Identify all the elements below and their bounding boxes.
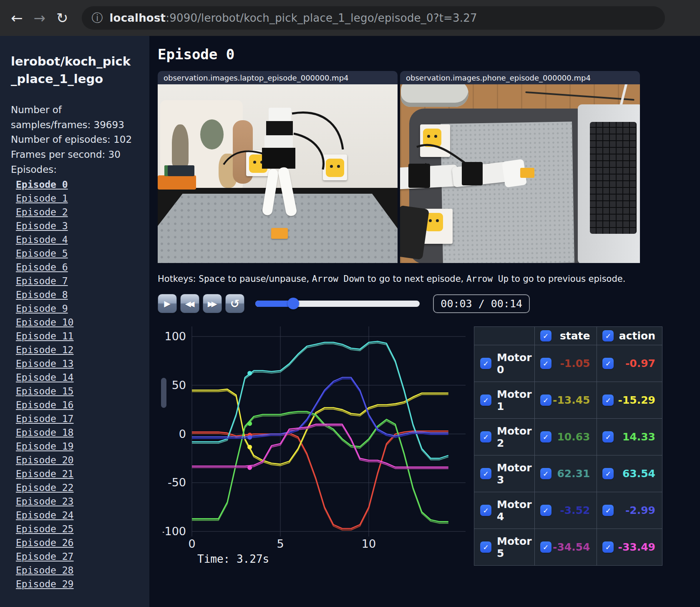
laptop-video-placeholder: [158, 84, 398, 263]
slider-thumb[interactable]: [287, 298, 299, 309]
motor-row-checkbox[interactable]: ✓: [480, 431, 491, 443]
sidebar-episode-link[interactable]: Episode 28: [16, 564, 149, 577]
state-value: 10.63: [557, 431, 590, 443]
sidebar-episode-link[interactable]: Episode 0: [16, 178, 149, 192]
motor-row-checkbox[interactable]: ✓: [480, 505, 491, 516]
motor-row-checkbox[interactable]: ✓: [480, 395, 491, 406]
sidebar-episode-link[interactable]: Episode 16: [16, 398, 149, 412]
empty-header-cell: [474, 327, 535, 345]
motor-row: ✓Motor 3✓62.31✓63.54: [474, 455, 662, 492]
browser-chrome: ← → ↻ ⓘ localhost:9090/lerobot/koch_pick…: [0, 0, 700, 36]
sidebar-episode-link[interactable]: Episode 21: [16, 467, 149, 481]
samples-count: Number of samples/frames: 39693: [11, 103, 138, 132]
motor-table: ✓state ✓action ✓Motor 0✓-1.05✓-0.97✓Moto…: [474, 326, 662, 566]
fast-forward-button[interactable]: ▶▶: [203, 294, 222, 313]
sidebar-episode-link[interactable]: Episode 11: [16, 329, 149, 343]
sidebar-episode-link[interactable]: Episode 15: [16, 384, 149, 398]
url-bar[interactable]: ⓘ localhost:9090/lerobot/koch_pick_place…: [82, 6, 665, 30]
episode-list: Episode 0Episode 1Episode 2Episode 3Epis…: [11, 178, 149, 591]
sidebar-episode-link[interactable]: Episode 5: [16, 247, 149, 261]
action-value-checkbox[interactable]: ✓: [602, 358, 614, 369]
action-column-checkbox[interactable]: ✓: [602, 330, 614, 341]
video-panel-phone: observation.images.phone_episode_000000.…: [400, 71, 640, 263]
sidebar-episode-link[interactable]: Episode 10: [16, 316, 149, 329]
svg-text:-100: -100: [163, 525, 186, 538]
sidebar-episode-link[interactable]: Episode 1: [16, 192, 149, 205]
sidebar-episode-link[interactable]: Episode 19: [16, 440, 149, 453]
action-value: -33.49: [618, 541, 655, 553]
motor-row-checkbox[interactable]: ✓: [480, 468, 491, 479]
fps-info: Frames per second: 30: [11, 147, 138, 162]
action-value: -2.99: [625, 504, 655, 516]
sidebar-episode-link[interactable]: Episode 9: [16, 302, 149, 316]
sidebar-episode-link[interactable]: Episode 27: [16, 550, 149, 564]
sidebar-episode-link[interactable]: Episode 18: [16, 426, 149, 440]
state-value: -13.45: [553, 394, 590, 406]
sidebar-episode-link[interactable]: Episode 20: [16, 453, 149, 467]
motor-row: ✓Motor 4✓-3.52✓-2.99: [474, 492, 662, 529]
decor-robot-segment: [264, 135, 293, 148]
state-value-checkbox[interactable]: ✓: [540, 468, 551, 479]
state-header: state: [560, 330, 590, 342]
motor-row-checkbox[interactable]: ✓: [480, 358, 491, 369]
motor-row: ✓Motor 0✓-1.05✓-0.97: [474, 345, 662, 382]
action-value-checkbox[interactable]: ✓: [602, 541, 614, 553]
site-info-icon[interactable]: ⓘ: [92, 10, 103, 25]
motor-label: Motor 3: [497, 462, 534, 486]
action-value-checkbox[interactable]: ✓: [602, 505, 614, 516]
svg-text:-50: -50: [168, 476, 186, 489]
action-value-checkbox[interactable]: ✓: [602, 395, 614, 406]
state-value-checkbox[interactable]: ✓: [540, 541, 551, 553]
sidebar-episode-link[interactable]: Episode 29: [16, 577, 149, 591]
action-value-checkbox[interactable]: ✓: [602, 468, 614, 479]
action-value: -0.97: [625, 357, 655, 369]
sidebar-episode-link[interactable]: Episode 24: [16, 508, 149, 522]
decor-orange-lego-brick: [271, 228, 288, 239]
svg-text:50: 50: [172, 379, 186, 392]
action-value-checkbox[interactable]: ✓: [602, 431, 614, 443]
reload-icon[interactable]: ↻: [56, 11, 68, 25]
state-value-checkbox[interactable]: ✓: [540, 431, 551, 443]
sidebar-episode-link[interactable]: Episode 12: [16, 343, 149, 357]
state-value: 62.31: [557, 468, 590, 480]
state-value-checkbox[interactable]: ✓: [540, 395, 551, 406]
sidebar-episode-link[interactable]: Episode 26: [16, 536, 149, 550]
decor-robot-camera: [269, 108, 291, 121]
state-value-checkbox[interactable]: ✓: [540, 358, 551, 369]
sidebar-episode-link[interactable]: Episode 8: [16, 288, 149, 302]
decor-yellow-lego-brick: [520, 168, 534, 178]
sidebar-episode-link[interactable]: Episode 13: [16, 357, 149, 371]
motor-row-checkbox[interactable]: ✓: [480, 541, 491, 553]
rewind-button[interactable]: ◀◀: [180, 294, 199, 313]
sidebar-episode-link[interactable]: Episode 25: [16, 522, 149, 536]
action-value: 63.54: [622, 468, 655, 480]
forward-icon[interactable]: →: [34, 11, 46, 25]
loop-button[interactable]: ↺: [225, 294, 244, 313]
decor-robot-segment: [266, 121, 293, 135]
sidebar-episode-link[interactable]: Episode 2: [16, 205, 149, 219]
url-host: localhost: [110, 12, 166, 24]
scrollbar-thumb[interactable]: [161, 378, 166, 408]
sidebar-episode-link[interactable]: Episode 14: [16, 371, 149, 384]
sidebar-episode-link[interactable]: Episode 23: [16, 495, 149, 508]
play-button[interactable]: ▶: [158, 294, 177, 313]
action-value: -15.29: [618, 394, 655, 406]
state-column-checkbox[interactable]: ✓: [540, 330, 551, 341]
motor-chart: 100500-50-1000510 Time: 3.27s: [158, 318, 471, 565]
table-header-row: ✓state ✓action: [474, 327, 662, 345]
url-path: :9090/lerobot/koch_pick_place_1_lego/epi…: [166, 12, 477, 24]
sidebar-episode-link[interactable]: Episode 22: [16, 481, 149, 495]
timeline-slider[interactable]: [255, 301, 420, 307]
back-icon[interactable]: ←: [11, 11, 23, 25]
phone-video-placeholder: [400, 84, 640, 263]
state-value-checkbox[interactable]: ✓: [540, 505, 551, 516]
sidebar-episode-link[interactable]: Episode 3: [16, 219, 149, 233]
motor-chart-svg: 100500-50-1000510: [163, 318, 471, 552]
motor-row: ✓Motor 2✓10.63✓14.33: [474, 419, 662, 455]
svg-text:5: 5: [277, 537, 284, 550]
sidebar-episode-link[interactable]: Episode 4: [16, 233, 149, 247]
episodes-label: Episodes:: [11, 162, 138, 177]
sidebar-episode-link[interactable]: Episode 17: [16, 412, 149, 426]
sidebar-episode-link[interactable]: Episode 7: [16, 274, 149, 288]
sidebar-episode-link[interactable]: Episode 6: [16, 261, 149, 274]
